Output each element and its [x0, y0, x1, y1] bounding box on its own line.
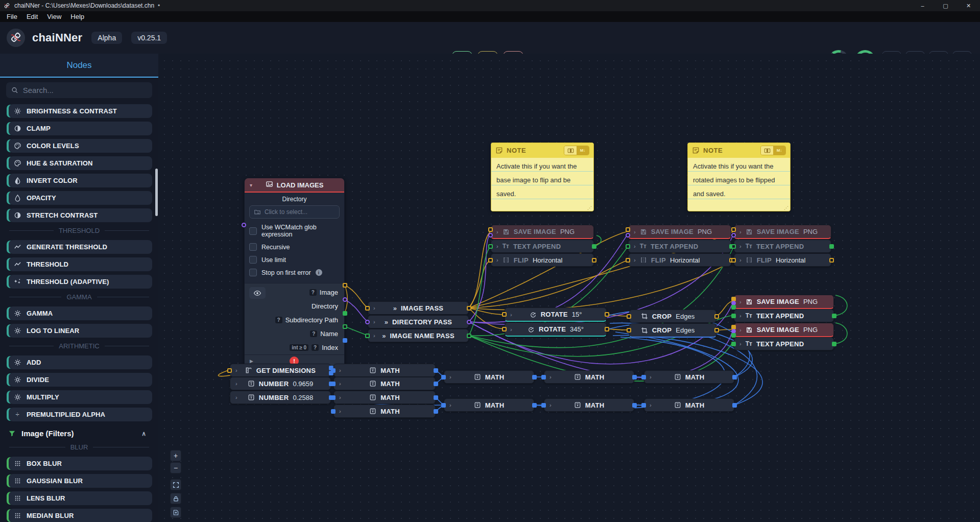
handle-number-output[interactable] [434, 409, 438, 414]
node-text-append[interactable]: › Tт TEXT APPEND [628, 240, 731, 253]
chevron-right-icon[interactable]: › [510, 312, 512, 318]
note-node-1[interactable]: NOTE M↓ Activate this if you want the ba… [491, 143, 594, 211]
chevron-up-icon[interactable]: ∧ [141, 430, 146, 437]
handle-image-input[interactable] [731, 227, 736, 232]
handle-image-input[interactable] [502, 327, 507, 331]
handle-number-output[interactable] [434, 368, 438, 373]
handle-image-input[interactable] [731, 258, 736, 263]
handle-number-input[interactable] [331, 382, 336, 386]
handle-text-input[interactable] [731, 314, 736, 318]
node-item-generate-threshold[interactable]: GENERATE THRESHOLD [9, 240, 152, 254]
chevron-right-icon[interactable]: › [235, 381, 237, 387]
node-item-color-levels[interactable]: COLOR LEVELS [9, 139, 152, 153]
handle-number-input[interactable] [441, 375, 446, 379]
handle-directory-output[interactable] [467, 320, 471, 324]
node-item-threshold-adaptive[interactable]: THRESHOLD (ADAPTIVE) [9, 275, 152, 289]
node-text-append[interactable]: › Tт TEXT APPEND [491, 240, 594, 253]
handle-number-input[interactable] [641, 375, 646, 379]
handle-number-output[interactable] [532, 403, 537, 408]
node-flip[interactable]: › FLIPHorizontal [734, 253, 831, 267]
note-node-2[interactable]: NOTE M↓ Activate this if you want the ro… [687, 143, 791, 211]
sidebar-scrollbar[interactable] [155, 169, 158, 216]
node-text-append[interactable]: › Tт TEXT APPEND [734, 337, 834, 350]
handle-directory-input[interactable] [242, 223, 246, 227]
chevron-right-icon[interactable]: › [339, 367, 341, 373]
handle-number-output[interactable] [434, 382, 438, 386]
handle-directory-input[interactable] [731, 233, 736, 238]
handle-number-input[interactable] [541, 375, 546, 379]
handle-text-input[interactable] [731, 342, 736, 346]
handle-text-output[interactable] [829, 244, 834, 249]
handle-number-output[interactable] [732, 375, 737, 379]
node-item-multiply[interactable]: MULTIPLY [9, 390, 152, 404]
chevron-right-icon[interactable]: › [739, 243, 742, 249]
load-images-header[interactable]: ▾ LOAD IMAGES [245, 178, 344, 193]
node-item-opacity[interactable]: OPACITY [9, 191, 152, 205]
chevron-right-icon[interactable]: › [339, 381, 341, 387]
chevron-right-icon[interactable]: › [339, 408, 341, 414]
handle-image-output[interactable] [714, 314, 719, 319]
node-crop-1[interactable]: › CROPEdges [629, 310, 716, 323]
tab-nodes[interactable]: Nodes [66, 60, 91, 70]
chevron-right-icon[interactable]: › [549, 374, 552, 380]
handle-number-output[interactable] [632, 403, 637, 408]
expand-arrow-icon[interactable]: ▶ [250, 359, 253, 364]
node-item-lens-blur[interactable]: LENS BLUR [9, 491, 152, 505]
menu-help[interactable]: Help [66, 12, 89, 21]
node-item-premultiplied-alpha[interactable]: ÷PREMULTIPLIED ALPHA [9, 408, 152, 421]
node-math[interactable]: › MATH [644, 370, 734, 384]
maximize-button[interactable]: ▢ [934, 0, 957, 11]
chevron-right-icon[interactable]: › [373, 305, 375, 311]
node-item-clamp[interactable]: CLAMP [9, 122, 152, 135]
node-item-stretch-contrast[interactable]: STRETCH CONTRAST [9, 208, 152, 222]
chevron-right-icon[interactable]: › [235, 367, 237, 373]
node-save-image[interactable]: › SAVE IMAGEPNG [491, 225, 594, 239]
handle-number-output[interactable] [632, 375, 637, 379]
node-flip[interactable]: › FLIPHorizontal [491, 253, 594, 267]
chevron-right-icon[interactable]: › [510, 326, 512, 333]
node-item-gaussian-blur[interactable]: GAUSSIAN BLUR [9, 474, 152, 488]
node-number-1[interactable]: › NUMBER0.9659 [230, 377, 331, 390]
node-load-images[interactable]: ▾ LOAD IMAGES Directory Click to select.… [244, 178, 345, 368]
handle-directory-output[interactable] [343, 297, 347, 302]
chevron-right-icon[interactable]: › [373, 319, 375, 325]
close-button[interactable]: ✕ [957, 0, 980, 11]
node-directory-pass[interactable]: › » DIRECTORY PASS [368, 315, 469, 328]
handle-number-output[interactable] [732, 403, 737, 408]
handle-subdir-output[interactable] [343, 311, 347, 316]
minimize-button[interactable]: – [911, 0, 934, 11]
handle-number-input[interactable] [331, 395, 336, 400]
checkbox-stop-on-error[interactable] [249, 269, 257, 276]
chevron-right-icon[interactable]: › [739, 299, 742, 305]
node-item-box-blur[interactable]: BOX BLUR [9, 457, 152, 470]
handle-text-output[interactable] [592, 244, 596, 249]
chevron-right-icon[interactable]: › [739, 341, 742, 347]
chevron-right-icon[interactable]: › [634, 257, 636, 263]
note-text[interactable]: Activate this if you want the rotated im… [688, 158, 790, 211]
menu-view[interactable]: View [42, 12, 66, 21]
zoom-in-button[interactable]: + [170, 450, 181, 461]
handle-image-output[interactable] [829, 258, 834, 263]
node-math[interactable]: › MATH [444, 370, 534, 384]
note-text[interactable]: Activate this if you want the base image… [491, 158, 593, 211]
node-flip[interactable]: › FLIPHorizontal [628, 253, 731, 267]
chevron-right-icon[interactable]: › [739, 257, 742, 263]
handle-number-input[interactable] [331, 409, 336, 414]
handle-text-input[interactable] [626, 244, 630, 249]
node-math[interactable]: › MATH [333, 405, 436, 418]
chevron-right-icon[interactable]: › [496, 243, 498, 249]
handle-number-input[interactable] [641, 403, 646, 408]
node-item-median-blur[interactable]: MEDIAN BLUR [9, 509, 152, 522]
handle-number-input[interactable] [441, 403, 446, 408]
chevron-right-icon[interactable]: › [634, 243, 636, 249]
node-math[interactable]: › MATH [333, 377, 436, 390]
node-save-image[interactable]: › SAVE IMAGEPNG [734, 323, 834, 337]
handle-text-output[interactable] [467, 334, 471, 338]
node-item-hue-saturation[interactable]: HUE & SATURATION [9, 156, 152, 170]
checkbox-recursive[interactable] [249, 243, 257, 251]
node-item-invert-color[interactable]: INVERT COLOR [9, 174, 152, 187]
handle-image-input[interactable] [627, 314, 631, 319]
chevron-right-icon[interactable]: › [235, 394, 237, 400]
node-save-image[interactable]: › SAVE IMAGEPNG [734, 295, 834, 309]
node-image-name-pass[interactable]: › » IMAGE NAME PASS [368, 329, 469, 342]
